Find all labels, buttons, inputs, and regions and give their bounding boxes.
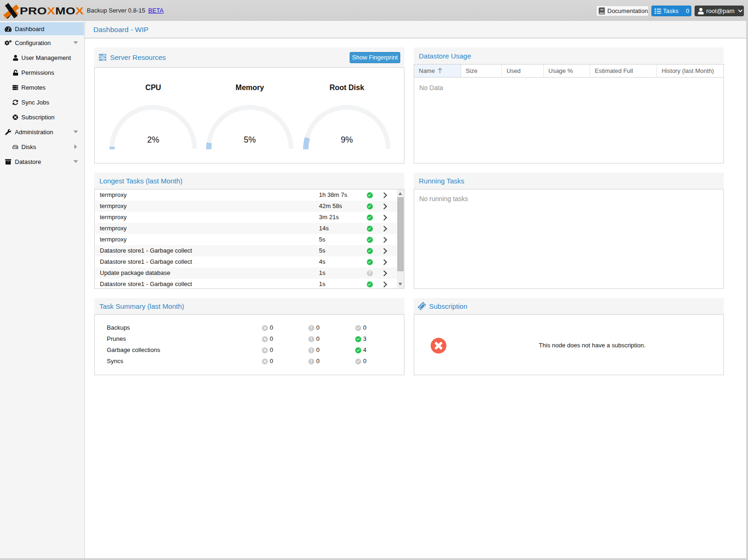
svg-text:PROXMOX: PROXMOX bbox=[20, 5, 84, 17]
